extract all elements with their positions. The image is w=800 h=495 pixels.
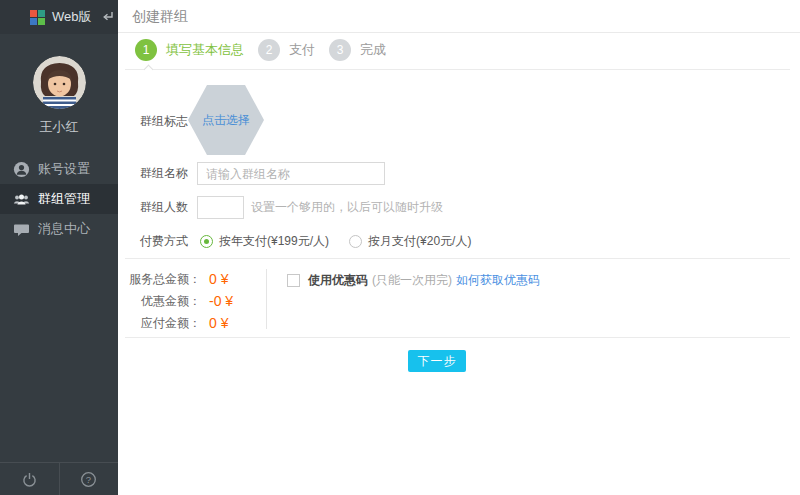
sidebar-item-label: 群组管理 xyxy=(38,190,90,208)
step-label: 完成 xyxy=(360,41,386,59)
sidebar-item-message-center[interactable]: 消息中心 xyxy=(0,214,118,244)
sidebar: Web版 xyxy=(0,0,118,495)
step-label: 填写基本信息 xyxy=(166,41,244,59)
group-icon xyxy=(13,191,30,208)
total-amount-row: 服务总金额： 0 ¥ xyxy=(125,268,233,290)
power-icon xyxy=(21,471,38,488)
group-size-hint: 设置一个够用的，以后可以随时升级 xyxy=(251,199,443,216)
sidebar-bottom-bar: ? xyxy=(0,462,118,495)
step-number: 3 xyxy=(329,39,351,61)
total-amount-value: 0 ¥ xyxy=(209,271,228,287)
step-notch xyxy=(144,65,154,75)
pay-yearly-label: 按年支付(¥199元/人) xyxy=(219,233,329,250)
group-size-row: 群组人数 设置一个够用的，以后可以随时升级 xyxy=(140,196,443,219)
payable-amount-row: 应付金额： 0 ¥ xyxy=(125,312,233,334)
discount-amount-row: 优惠金额： -0 ¥ xyxy=(125,290,233,312)
step-fill-basic-info: 1 填写基本信息 xyxy=(135,39,258,61)
sidebar-item-label: 消息中心 xyxy=(38,220,90,238)
group-name-row: 群组名称 xyxy=(140,162,385,185)
user-name: 王小红 xyxy=(0,118,118,136)
pay-yearly-option[interactable]: 按年支付(¥199元/人) xyxy=(200,233,329,250)
group-name-input[interactable] xyxy=(197,162,385,185)
use-coupon-label: 使用优惠码 xyxy=(308,272,368,289)
step-label: 支付 xyxy=(289,41,315,59)
logo-bar: Web版 xyxy=(0,0,118,34)
page-title: 创建群组 xyxy=(118,0,800,32)
pay-monthly-option[interactable]: 按月支付(¥20元/人) xyxy=(349,233,471,250)
enter-arrow-icon xyxy=(101,10,114,25)
group-name-label: 群组名称 xyxy=(140,165,197,182)
amounts: 服务总金额： 0 ¥ 优惠金额： -0 ¥ 应付金额： 0 ¥ xyxy=(125,268,233,334)
coupon-note: (只能一次用完) xyxy=(372,272,452,289)
coupon-row: 使用优惠码 (只能一次用完) 如何获取优惠码 xyxy=(287,272,540,289)
step-number: 2 xyxy=(258,39,280,61)
group-logo-picker[interactable]: 点击选择 xyxy=(188,85,264,155)
discount-amount-label: 优惠金额： xyxy=(125,293,201,310)
main-content: 创建群组 1 填写基本信息 2 支付 3 完成 群组标志 点击选择 群组名称 群… xyxy=(118,0,800,495)
chat-bubble-icon xyxy=(13,221,30,238)
person-icon xyxy=(13,161,30,178)
radio-checked-icon[interactable] xyxy=(200,235,213,248)
step-pay: 2 支付 xyxy=(258,39,329,61)
logo-picker-label: 点击选择 xyxy=(202,112,250,129)
get-coupon-link[interactable]: 如何获取优惠码 xyxy=(456,272,540,289)
help-button[interactable]: ? xyxy=(60,463,119,495)
payment-method-label: 付费方式 xyxy=(140,233,197,250)
step-separator xyxy=(125,69,790,70)
logout-button[interactable] xyxy=(0,463,60,495)
pay-monthly-label: 按月支付(¥20元/人) xyxy=(368,233,471,250)
sidebar-item-account-settings[interactable]: 账号设置 xyxy=(0,154,118,184)
sidebar-item-group-management[interactable]: 群组管理 xyxy=(0,184,118,214)
summary-divider xyxy=(266,269,267,329)
user-profile: 王小红 xyxy=(0,56,118,136)
discount-amount-value: -0 ¥ xyxy=(209,293,233,309)
page-header: 创建群组 xyxy=(118,0,800,33)
group-size-input[interactable] xyxy=(197,196,244,219)
sidebar-nav: 账号设置 群组管理 消息中心 xyxy=(0,154,118,244)
payment-summary: 服务总金额： 0 ¥ 优惠金额： -0 ¥ 应付金额： 0 ¥ 使用优惠码 (只… xyxy=(125,258,790,338)
step-wizard: 1 填写基本信息 2 支付 3 完成 xyxy=(135,39,400,61)
next-step-button[interactable]: 下一步 xyxy=(408,350,466,372)
step-done: 3 完成 xyxy=(329,39,400,61)
payable-amount-label: 应付金额： xyxy=(125,315,201,332)
svg-text:?: ? xyxy=(86,474,91,485)
group-size-label: 群组人数 xyxy=(140,199,197,216)
app-title: Web版 xyxy=(52,8,92,26)
avatar[interactable] xyxy=(33,56,86,109)
radio-unchecked-icon[interactable] xyxy=(349,235,362,248)
payment-method-row: 付费方式 按年支付(¥199元/人) 按月支付(¥20元/人) xyxy=(140,234,471,249)
use-coupon-checkbox[interactable] xyxy=(287,274,300,287)
payable-amount-value: 0 ¥ xyxy=(209,315,228,331)
question-icon: ? xyxy=(80,471,97,488)
sidebar-item-label: 账号设置 xyxy=(38,160,90,178)
total-amount-label: 服务总金额： xyxy=(125,271,201,288)
app-logo-icon xyxy=(30,10,45,25)
step-number: 1 xyxy=(135,39,157,61)
